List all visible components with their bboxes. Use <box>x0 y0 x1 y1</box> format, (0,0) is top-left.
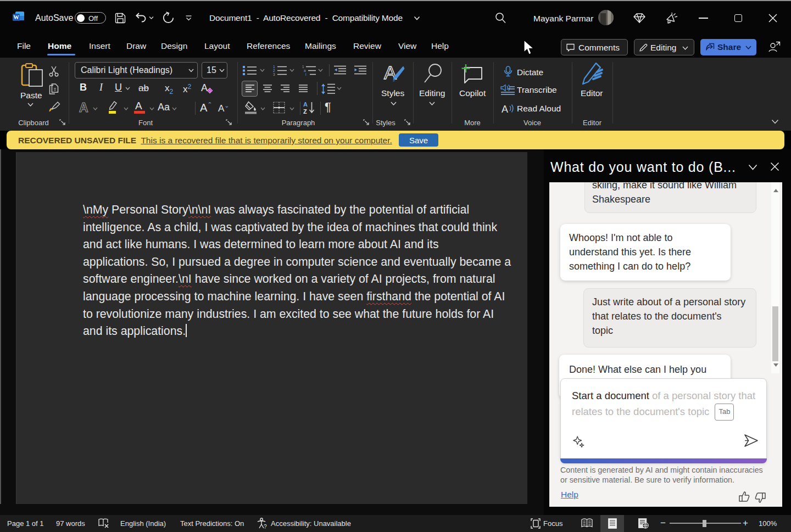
svg-text:i: i <box>305 72 306 76</box>
svg-text:?: ? <box>264 524 267 529</box>
svg-text:1: 1 <box>302 65 304 69</box>
svg-text:3: 3 <box>273 72 275 76</box>
svg-text:A: A <box>79 101 88 114</box>
svg-text:A: A <box>502 104 508 114</box>
svg-text:a: a <box>304 69 306 72</box>
svg-text:A: A <box>303 101 308 108</box>
svg-text:Z: Z <box>303 108 307 115</box>
svg-text:1: 1 <box>273 65 275 69</box>
svg-text:W: W <box>13 14 19 20</box>
svg-text:A: A <box>201 82 208 93</box>
svg-text:2: 2 <box>273 69 275 72</box>
svg-text:A: A <box>384 63 397 83</box>
